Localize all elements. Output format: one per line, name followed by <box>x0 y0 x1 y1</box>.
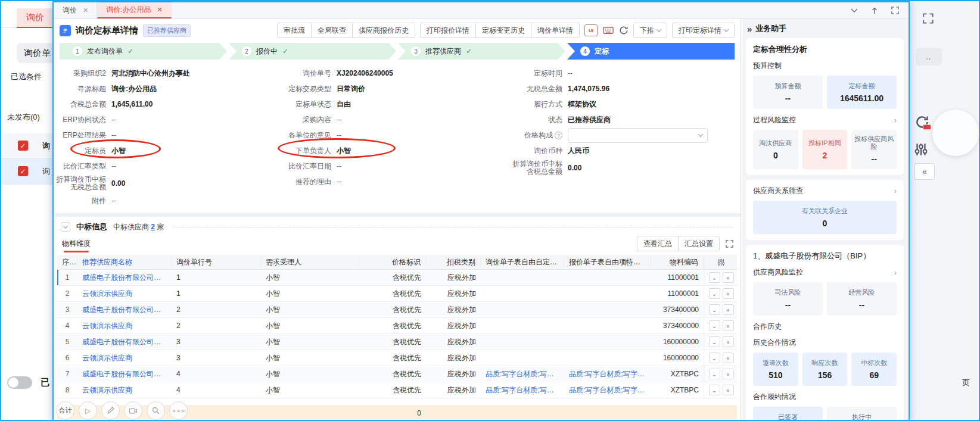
price-composition-select[interactable] <box>568 128 708 143</box>
row-expand-button[interactable]: ⌄ <box>709 385 720 395</box>
row-collapse-button[interactable]: « <box>723 304 734 315</box>
row-collapse-button[interactable]: « <box>723 288 734 299</box>
row-expand-button[interactable]: ⌄ <box>709 288 720 299</box>
background-list-row[interactable]: ✓ 询 <box>1 158 54 185</box>
col-header-handler[interactable]: 需求受理人 <box>261 257 359 267</box>
toggle-switch[interactable] <box>7 376 32 389</box>
supplier-link[interactable]: 云领演示供应商 <box>77 321 172 331</box>
double-chevron-icon[interactable]: » <box>747 24 752 34</box>
col-header-code[interactable]: 物料编码 <box>651 257 704 267</box>
collapse-section-icon[interactable] <box>61 222 70 232</box>
close-tab-icon[interactable]: ✕ <box>157 6 163 14</box>
checkbox-checked-icon[interactable]: ✓ <box>18 166 28 176</box>
ui-view-icon[interactable]: UI <box>584 24 598 36</box>
summary-settings-button[interactable]: 汇总设置 <box>678 236 720 251</box>
table-row[interactable]: 4 云领演示供应商 2 小智 含税优先 应税外加 373400000 ⌄« <box>57 318 737 334</box>
filter-sliders-icon[interactable] <box>913 142 929 157</box>
refresh-icon[interactable] <box>619 26 629 35</box>
chevron-right-icon[interactable]: › <box>894 187 897 195</box>
tab-material-dimension[interactable]: 物料维度 <box>61 236 92 251</box>
row-collapse-button[interactable]: « <box>723 272 734 283</box>
row-collapse-button[interactable]: « <box>723 385 734 395</box>
chevron-right-icon[interactable]: › <box>894 269 897 277</box>
row-collapse-button[interactable]: « <box>723 320 734 331</box>
chevron-down-icon <box>657 27 661 32</box>
expand-icon[interactable] <box>891 7 899 14</box>
search-icon[interactable] <box>147 401 165 420</box>
row-collapse-button[interactable]: « <box>723 336 734 347</box>
supplier-link[interactable]: 威盛电子股份有限公司（BIP） <box>77 337 172 347</box>
refresh-icon[interactable] <box>912 112 932 132</box>
unpublished-tab[interactable]: 未发布(0) <box>7 112 40 123</box>
col-header-custom[interactable]: 询价单子表自由自定义项 <box>481 257 564 267</box>
award-change-history-button[interactable]: 定标变更历史 <box>475 23 531 38</box>
supplier-link[interactable]: 云领演示供应商 <box>77 289 172 299</box>
media-icon[interactable] <box>124 401 142 420</box>
play-icon[interactable]: ▷ <box>79 401 97 420</box>
table-row[interactable]: 7 威盛电子股份有限公司（BIP） 4 小智 含税优先 应税外加 品质:写字台材… <box>57 366 737 382</box>
edit-pencil-icon[interactable] <box>101 401 120 420</box>
row-expand-button[interactable]: ⌄ <box>709 336 720 347</box>
row-expand-button[interactable]: ⌄ <box>709 304 720 315</box>
keyboard-icon[interactable] <box>602 26 614 35</box>
toggle-row: 已 <box>7 376 49 389</box>
supplier-link[interactable]: 威盛电子股份有限公司（BIP） <box>77 273 172 283</box>
supplier-link[interactable]: 云领演示供应商 <box>77 385 172 395</box>
table-row[interactable]: 1 威盛电子股份有限公司（BIP） 1 小智 含税优先 应税外加 1100000… <box>57 270 737 286</box>
floating-button-cluster[interactable] <box>932 110 979 156</box>
main-content: 询价定标单详情 已推荐供应商 审批流 全局联查 供应商报价历史 打印报价详情 定… <box>54 19 741 421</box>
table-row[interactable]: 3 威盛电子股份有限公司（BIP） 2 小智 含税优先 应税外加 3734000… <box>57 302 737 318</box>
step-number: 3 <box>411 46 421 56</box>
screen: 询价 询价单 已选条件 未发布(0) ✓ 询 ✓ 询 已 ‥ « <box>0 0 980 421</box>
supplier-count-link[interactable]: 2 <box>151 223 155 231</box>
table-row[interactable]: 5 威盛电子股份有限公司（BIP） 3 小智 含税优先 应税外加 1600000… <box>57 334 737 350</box>
expand-icon[interactable] <box>923 13 934 24</box>
tab-inquiry[interactable]: 询价 ✕ <box>54 2 97 18</box>
column-settings-icon[interactable] <box>704 255 738 269</box>
col-header-supplier[interactable]: 推荐供应商名称 <box>77 257 172 267</box>
help-icon[interactable]: ? <box>555 132 562 139</box>
chevron-down-icon[interactable] <box>851 8 858 13</box>
view-summary-button[interactable]: 查看汇总 <box>637 236 679 251</box>
row-expand-button[interactable]: ⌄ <box>709 353 720 363</box>
arrow-up-icon[interactable] <box>871 7 878 14</box>
push-down-dropdown[interactable]: 下推 <box>633 23 667 38</box>
chevron-right-icon[interactable]: › <box>894 116 897 124</box>
background-tab-inquiry[interactable]: 询价 <box>17 8 54 28</box>
supplier-link[interactable]: 云领演示供应商 <box>77 353 172 363</box>
checkbox-checked-icon[interactable]: ✓ <box>18 141 28 151</box>
row-collapse-button[interactable]: « <box>723 369 734 379</box>
supplier-link[interactable]: 威盛电子股份有限公司（BIP） <box>77 369 172 379</box>
col-header-line[interactable]: 询价单行号 <box>172 257 261 267</box>
col-header-price[interactable]: 价格标识 <box>359 257 426 267</box>
col-header-tax[interactable]: 扣税类别 <box>426 257 481 267</box>
collapse-panel-button[interactable]: « <box>914 163 935 180</box>
row-expand-button[interactable]: ⌄ <box>709 369 720 379</box>
supplier-link[interactable]: 威盛电子股份有限公司（BIP） <box>77 305 172 315</box>
inquiry-order-detail-button[interactable]: 询价单详情 <box>531 23 580 38</box>
winning-table: 序号 推荐供应商名称 询价单行号 需求受理人 价格标识 扣税类别 询价单子表自由… <box>57 255 737 421</box>
print-quote-detail-button[interactable]: 打印报价详情 <box>420 23 476 38</box>
table-row[interactable]: 2 云领演示供应商 1 小智 含税优先 应税外加 11000001 ⌄« <box>57 286 737 302</box>
more-icon[interactable]: ∘∘∘ <box>169 401 188 420</box>
field-value: XJ202406240005 <box>337 69 393 77</box>
col-header-no[interactable]: 序号 <box>57 257 77 267</box>
row-collapse-button[interactable]: « <box>723 353 734 363</box>
step-label: 发布询价单 <box>87 46 123 57</box>
close-tab-icon[interactable]: ✕ <box>83 7 88 14</box>
col-header-feature[interactable]: 报价单子表自由项特征组 <box>564 257 651 267</box>
more-button[interactable]: ‥ <box>916 48 942 66</box>
cooperation-title: 合作历史 <box>753 322 897 332</box>
table-row[interactable]: 6 云领演示供应商 3 小智 含税优先 应税外加 160000000 ⌄« <box>57 350 737 366</box>
tab-inquiry-office-supplies[interactable]: 询价:办公用品 ✕ <box>97 2 172 18</box>
row-expand-button[interactable]: ⌄ <box>709 320 720 331</box>
global-link-check-button[interactable]: 全局联查 <box>311 23 353 38</box>
expand-icon[interactable] <box>726 240 733 248</box>
stat-executing: 执行中 -- <box>827 407 897 421</box>
row-expand-button[interactable]: ⌄ <box>709 272 720 283</box>
print-award-detail-dropdown[interactable]: 打印定标详情 <box>672 23 735 38</box>
table-row[interactable]: 8 云领演示供应商 4 小智 含税优先 应税外加 品质:写字台材质;写字台颜..… <box>57 382 737 398</box>
supplier-quote-history-button[interactable]: 供应商报价历史 <box>352 23 415 38</box>
section-divider <box>54 213 741 217</box>
approval-flow-button[interactable]: 审批流 <box>277 23 312 38</box>
